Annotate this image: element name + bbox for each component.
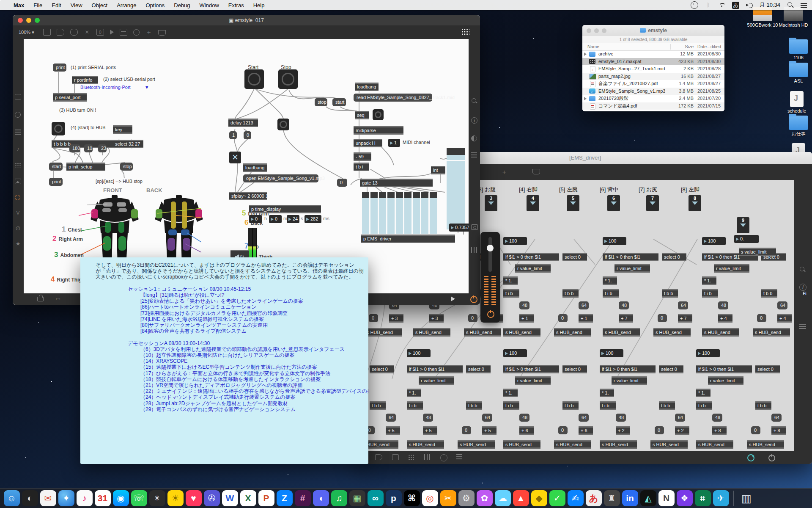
msg-0[interactable]: 0 bbox=[244, 131, 251, 139]
s-hub-send-object[interactable]: s HUB_send bbox=[554, 328, 591, 337]
star-icon[interactable]: ★ bbox=[15, 240, 21, 247]
slash-icon[interactable]: ∅ bbox=[15, 225, 21, 232]
select-object[interactable]: select 0 bbox=[659, 365, 683, 373]
braille-dots-icon[interactable] bbox=[15, 163, 21, 168]
input-source-icon[interactable]: あ bbox=[732, 2, 739, 9]
menu-item-object[interactable]: Object bbox=[92, 2, 108, 8]
run-icon[interactable] bbox=[451, 296, 455, 301]
dock-app-37[interactable]: N bbox=[658, 490, 675, 506]
dial-icon[interactable] bbox=[133, 29, 140, 36]
float-numbox[interactable]: 0.7357 bbox=[449, 224, 469, 232]
threshold-numbox[interactable]: 100 bbox=[696, 349, 720, 357]
msg-zero[interactable]: 0 bbox=[558, 314, 568, 322]
msg-48[interactable]: 48 bbox=[423, 414, 433, 422]
key-object[interactable]: key bbox=[113, 125, 132, 134]
plus-object[interactable]: + 8 bbox=[771, 426, 786, 435]
lock-icon[interactable] bbox=[37, 297, 44, 301]
plus-object[interactable]: + 1 bbox=[519, 314, 534, 323]
multislider[interactable] bbox=[362, 192, 437, 234]
plus-object[interactable]: + 5 bbox=[482, 426, 497, 435]
t-b-b-object[interactable]: t b b bbox=[562, 401, 579, 410]
message-box-icon[interactable] bbox=[57, 29, 64, 36]
dock-app-20[interactable]: ▦ bbox=[349, 490, 365, 506]
hub-start-bang[interactable] bbox=[52, 122, 65, 135]
inspector-icon[interactable] bbox=[471, 152, 477, 157]
dock-app-23[interactable]: ⌘ bbox=[404, 490, 420, 506]
threshold-numbox[interactable]: 100 bbox=[600, 349, 623, 357]
s-hub-send-object[interactable]: s HUB_send bbox=[747, 440, 784, 449]
dock-app-19[interactable]: ♫ bbox=[331, 490, 347, 506]
search-icon[interactable] bbox=[800, 267, 804, 271]
comment-icon[interactable] bbox=[375, 454, 382, 460]
unpack-object[interactable]: unpack i i bbox=[354, 139, 382, 147]
toggle-checked[interactable]: ✕ bbox=[229, 152, 241, 163]
start-bang[interactable] bbox=[244, 69, 264, 89]
finder-row-4[interactable]: parts_map2.jpg16 KB2021/08/27 bbox=[582, 73, 724, 80]
s-hub-send-object[interactable]: s HUB_send bbox=[554, 440, 591, 449]
spotlight-icon[interactable] bbox=[787, 2, 794, 8]
threshold-numbox[interactable]: 100 bbox=[407, 349, 431, 357]
r-value-limit-object[interactable]: r value_limit bbox=[714, 264, 749, 273]
umenu-7[interactable]: 7 bbox=[646, 195, 659, 211]
msg-1[interactable]: 1 bbox=[229, 131, 237, 139]
msg-zero[interactable]: 0 bbox=[658, 314, 667, 322]
toggle-icon[interactable]: ✕ bbox=[84, 29, 91, 35]
delay-object[interactable]: delay 1213 bbox=[228, 119, 258, 127]
dock-app-31[interactable]: ✓ bbox=[549, 490, 565, 506]
umenu-5[interactable]: 5 bbox=[567, 195, 579, 211]
msg-48[interactable]: 48 bbox=[718, 301, 728, 309]
p-time-display-object[interactable]: p time_display bbox=[249, 205, 321, 213]
open-mp3-message[interactable]: open EMStyle_Sample_Song_v1.mp3 bbox=[243, 174, 318, 182]
plus-object[interactable]: + 8 bbox=[712, 426, 727, 435]
column-divider[interactable] bbox=[695, 44, 695, 50]
plus-object[interactable]: + 7 bbox=[619, 314, 633, 323]
s-hub-send-object[interactable]: s HUB_send bbox=[458, 440, 495, 449]
desktop-icon-お仕事[interactable]: お仕事 bbox=[782, 116, 812, 137]
volume-icon[interactable] bbox=[746, 2, 753, 8]
dock-app-17[interactable]: # bbox=[295, 490, 311, 506]
plus-object[interactable]: + 3 bbox=[429, 314, 444, 323]
value-limit-numbox[interactable]: 0. bbox=[734, 235, 759, 243]
r-value-limit-object[interactable]: r value_limit bbox=[515, 264, 551, 273]
volume-track[interactable] bbox=[488, 237, 492, 272]
object-box-icon[interactable] bbox=[43, 29, 51, 36]
s-value-limit-object[interactable]: s value_limit bbox=[739, 248, 776, 256]
hours-numbox[interactable]: 0 bbox=[249, 215, 262, 223]
dock-app-4[interactable]: ✦ bbox=[58, 490, 74, 506]
print2-message[interactable]: print bbox=[49, 178, 63, 186]
t-i-b-object[interactable]: t i b bbox=[407, 401, 423, 410]
msg-64[interactable]: 64 bbox=[777, 301, 787, 309]
menu-item-extras[interactable]: Extras bbox=[228, 2, 244, 8]
music-note-icon[interactable]: ♪ bbox=[15, 146, 21, 152]
read-mid-message[interactable]: read EMStyle_Sample_Song_0827_Track1.mid bbox=[354, 94, 432, 102]
select-object[interactable]: select 0 bbox=[755, 365, 780, 373]
umenu-9[interactable]: 9 bbox=[737, 217, 749, 233]
msg-23[interactable]: 23 bbox=[98, 144, 107, 152]
msg-64[interactable]: 64 bbox=[675, 414, 685, 422]
slider-icon[interactable] bbox=[120, 29, 127, 36]
dock-app-11[interactable]: ♥ bbox=[186, 490, 202, 506]
t-b-b-object[interactable]: t b b bbox=[659, 401, 675, 410]
dock-app-36[interactable]: ◭ bbox=[640, 490, 656, 506]
msg-zero[interactable]: 0 bbox=[757, 314, 766, 322]
sfplay-object[interactable]: sfplay~ 2 60000 1 bbox=[229, 192, 267, 200]
dock-app-16[interactable]: Z bbox=[277, 490, 293, 506]
s-hub-send-object[interactable]: s HUB_send bbox=[702, 328, 739, 337]
r-portinfo-object[interactable]: r portinfo bbox=[72, 76, 98, 84]
volume-knob[interactable] bbox=[487, 245, 494, 251]
image-icon[interactable] bbox=[15, 179, 21, 184]
msg-zero[interactable]: 0 bbox=[462, 426, 471, 434]
tbi-object[interactable]: t b i bbox=[354, 163, 369, 171]
t-i-b-object[interactable]: t i b bbox=[600, 401, 616, 410]
menu-item-debug[interactable]: Debug bbox=[174, 2, 190, 8]
p-init-setup-object[interactable]: p init_setup bbox=[66, 163, 105, 171]
msg-48[interactable]: 48 bbox=[616, 414, 626, 422]
loadbang2-object[interactable]: loadbang bbox=[355, 83, 379, 91]
s-hub-send-object[interactable]: s HUB_send bbox=[464, 328, 501, 337]
restart-icon[interactable] bbox=[747, 454, 754, 461]
multiply-object[interactable]: * 1. bbox=[702, 276, 716, 285]
playbar-icon[interactable] bbox=[110, 30, 114, 35]
msg-48[interactable]: 48 bbox=[619, 301, 629, 309]
threshold-numbox[interactable]: 100 bbox=[503, 237, 527, 245]
finder-row-7[interactable]: 20210720段階2.4 MB2021/07/20 bbox=[582, 95, 724, 102]
